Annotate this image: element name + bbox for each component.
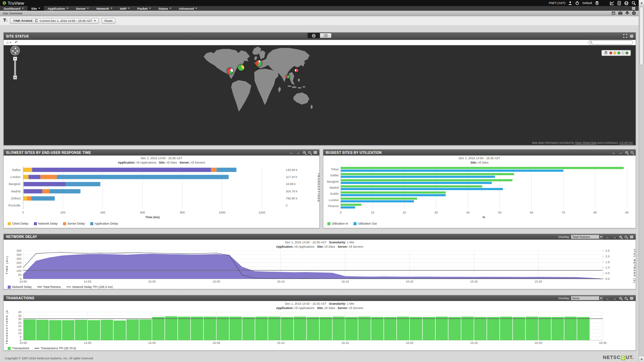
status-dot[interactable] — [618, 52, 620, 54]
overlay-control: Overlay Total Retrans — [558, 235, 603, 239]
map-home-button[interactable]: ⌂ — [6, 41, 11, 44]
status-dot[interactable] — [609, 52, 612, 54]
site-status-marker[interactable] — [286, 75, 290, 79]
osm-link[interactable]: Open Street Map — [575, 141, 597, 144]
network-delay-title: NETWORK DELAY — [6, 235, 37, 239]
pan-left-icon[interactable]: ← — [289, 151, 293, 154]
status-dot[interactable] — [622, 52, 624, 54]
layers-icon[interactable] — [595, 1, 599, 5]
svg-text:18.88 k: 18.88 k — [286, 182, 296, 186]
menu-item-status[interactable]: Status — [155, 6, 175, 11]
zoom-out-icon[interactable] — [625, 297, 627, 300]
vertical-scrollbar[interactable] — [639, 0, 644, 362]
svg-text:Time (ms): Time (ms) — [145, 216, 159, 219]
print-icon[interactable] — [625, 11, 629, 16]
pan-right-icon[interactable]: → — [296, 151, 300, 154]
truview-logo[interactable]: TruView — [3, 1, 24, 6]
pan-left-icon[interactable]: ← — [612, 151, 616, 154]
map-pan-compass[interactable] — [10, 46, 20, 55]
expand-panel-icon[interactable] — [623, 33, 627, 39]
site-status-title: SITE STATUS — [6, 35, 29, 38]
menu-item-advanced[interactable]: Advanced — [175, 6, 201, 11]
svg-text:130.99 k: 130.99 k — [286, 168, 298, 172]
overlay-select[interactable]: None — [571, 296, 603, 300]
schedule-calendar-icon[interactable] — [611, 11, 615, 16]
zoom-in-button[interactable]: + — [13, 57, 17, 61]
site-status-marker[interactable] — [294, 68, 299, 72]
site-status-marker[interactable] — [255, 60, 262, 67]
panel-menu-icon[interactable] — [630, 297, 633, 300]
zoom-in-icon[interactable] — [619, 236, 622, 238]
help-icon[interactable]: ? — [632, 11, 636, 16]
site-status-marker[interactable] — [227, 68, 233, 74]
pan-left-icon[interactable]: ← — [606, 297, 610, 300]
menu-item-dashboard[interactable]: Dashboard — [0, 6, 28, 11]
pan-right-icon[interactable]: → — [612, 235, 616, 239]
reset-button[interactable]: Reset — [102, 18, 116, 24]
user-name[interactable]: FNET (AST) — [549, 1, 565, 5]
panel-menu-icon[interactable] — [630, 35, 633, 38]
panel-menu-icon[interactable] — [630, 236, 633, 238]
logout-power-icon[interactable] — [575, 1, 579, 5]
svg-text:TRANSACTIONS: TRANSACTIONS — [317, 173, 319, 202]
legend-item: Utilization In — [327, 222, 348, 225]
status-dot[interactable] — [626, 52, 628, 54]
zoom-in-icon[interactable] — [303, 151, 306, 154]
status-filter-dots — [609, 52, 628, 54]
overlay-select[interactable]: Total Retrans — [571, 235, 603, 239]
site-status-panel: SITE STATUS ⌂ ↶ — [3, 32, 636, 145]
zoom-out-icon[interactable] — [308, 151, 311, 154]
menu-item-packet[interactable]: Packet — [133, 6, 155, 11]
menu-item-application[interactable]: Application — [44, 6, 72, 11]
reports-chart-icon[interactable] — [610, 1, 614, 5]
globe-icon[interactable] — [624, 1, 629, 5]
pan-right-icon[interactable]: → — [612, 297, 616, 300]
chart-legend: Client DelayNetwork DelayServer DelayApp… — [4, 222, 319, 225]
world-map[interactable]: + − Map data information provided by Ope… — [4, 45, 636, 145]
user-icon[interactable] — [568, 1, 572, 5]
scroll-up-button[interactable] — [639, 0, 644, 5]
svg-text:1.0: 1.0 — [605, 266, 610, 269]
pan-right-icon[interactable]: → — [619, 151, 623, 154]
email-icon[interactable] — [618, 11, 623, 15]
zoom-out-icon[interactable] — [625, 236, 627, 238]
time-range-selector[interactable]: TIME RANGE Current Dec 1, 2016 14:50 - 1… — [10, 18, 99, 24]
menu-item-server[interactable]: Server — [72, 6, 93, 11]
list-view-toggle[interactable] — [320, 33, 332, 38]
svg-text:Bangkok: Bangkok — [9, 182, 21, 186]
pan-left-icon[interactable]: ← — [606, 235, 610, 239]
map-layers-icon[interactable] — [604, 50, 608, 56]
panel-menu-icon[interactable] — [314, 151, 317, 154]
menu-item-site[interactable]: Site — [28, 6, 44, 11]
search-icon[interactable] — [632, 1, 636, 5]
zoom-in-icon[interactable] — [619, 297, 622, 300]
zoom-in-icon[interactable] — [625, 151, 628, 154]
status-dot[interactable] — [613, 52, 616, 54]
map-view-toggle[interactable] — [308, 33, 320, 38]
svg-text:TIME (ms): TIME (ms) — [5, 255, 8, 274]
svg-text:Madrid: Madrid — [11, 190, 20, 193]
site-status-marker[interactable] — [238, 64, 245, 71]
svg-text:15:00: 15:00 — [148, 341, 156, 345]
svg-text:0: 0 — [286, 204, 287, 207]
map-search-input[interactable] — [594, 41, 631, 44]
svg-text:30: 30 — [434, 211, 438, 214]
zoom-track[interactable] — [14, 61, 16, 75]
map-undo-button[interactable]: ↶ — [15, 41, 18, 44]
menu-more-icon[interactable] — [629, 6, 639, 11]
menu-items: DashboardSiteApplicationServerNetworkVoI… — [0, 6, 201, 11]
scrollbar-thumb[interactable] — [640, 7, 643, 65]
license-link[interactable]: CC-BY-SA — [620, 141, 633, 144]
menu-item-voip[interactable]: VoIP — [116, 6, 133, 11]
scroll-down-button[interactable] — [639, 357, 644, 362]
profile-name[interactable]: Default — [582, 1, 592, 5]
breadcrumb[interactable]: Site Overview — [3, 11, 22, 15]
filter-icon[interactable] — [3, 18, 7, 24]
document-icon[interactable] — [617, 1, 621, 5]
svg-text:25: 25 — [18, 321, 21, 324]
zoom-out-icon[interactable] — [631, 151, 633, 154]
menu-item-network[interactable]: Network — [93, 6, 116, 11]
legend-item: Network Delay TPI (106.3 ms) — [66, 285, 113, 289]
breadcrumb-icons: ? — [611, 11, 636, 16]
svg-text:Dublin: Dublin — [330, 192, 339, 195]
